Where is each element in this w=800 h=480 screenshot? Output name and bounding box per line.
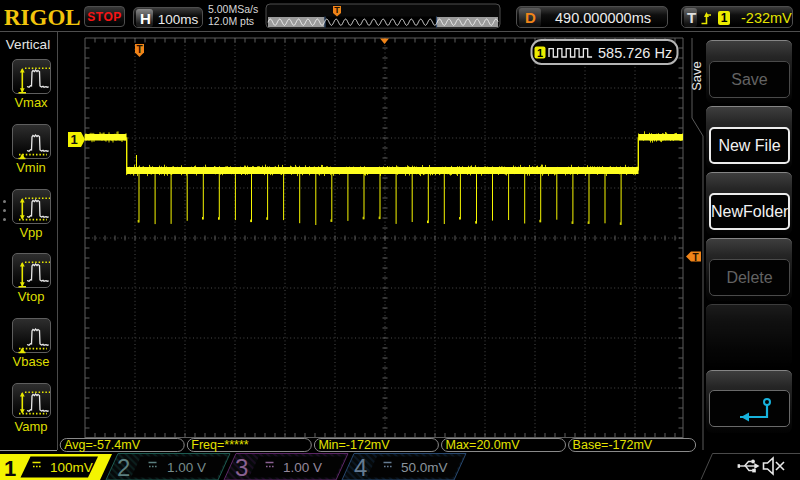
svg-text:4: 4: [354, 454, 367, 480]
svg-text:585.726 Hz: 585.726 Hz: [598, 45, 672, 61]
svg-text:2: 2: [117, 454, 130, 480]
svg-text:1: 1: [537, 47, 543, 59]
svg-text:3: 3: [235, 454, 248, 480]
svg-text:T: T: [136, 44, 142, 55]
svg-text:1: 1: [70, 132, 77, 147]
svg-text:1.00 V: 1.00 V: [167, 460, 206, 475]
svg-text:1: 1: [4, 456, 16, 480]
svg-text:1.00 V: 1.00 V: [283, 460, 322, 475]
svg-text:100mV: 100mV: [50, 460, 93, 475]
svg-text:50.0mV: 50.0mV: [401, 460, 448, 475]
